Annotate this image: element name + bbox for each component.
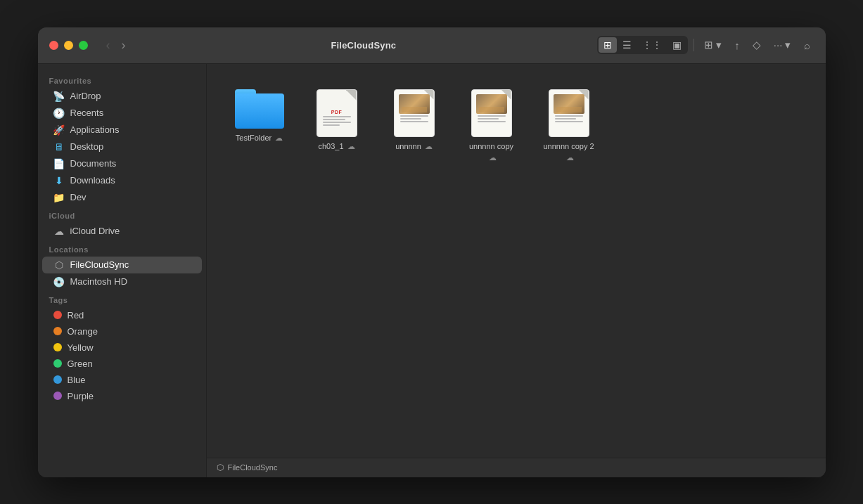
sidebar-item-tag-yellow[interactable]: Yellow [42,340,202,356]
sidebar-item-label: Orange [68,326,98,337]
sidebar-item-downloads[interactable]: ⬇ Downloads [42,172,202,189]
pdf-line [323,124,340,126]
sidebar-item-label: AirDrop [70,91,101,101]
maximize-button[interactable] [79,41,88,50]
cloud-badge: ☁ [489,153,497,162]
file-item-unnnnn-copy[interactable]: H unnnnn copy ☁ [460,85,523,167]
view-grid-button[interactable]: ⊞ [599,37,617,53]
close-button[interactable] [49,41,58,50]
doc-text-line [478,115,506,117]
folder-icon-wrap [235,89,284,129]
doc-icon-wrap: H [394,89,435,137]
macintosh-hd-icon: 💿 [53,276,65,287]
file-item-ch03-1[interactable]: PDF ch03_1 ☁ [305,85,369,167]
doc-text-line [400,115,428,117]
statusbar-icon: ⬡ [217,463,224,472]
sidebar-item-tag-purple[interactable]: Purple [42,388,202,404]
file-name: unnnnn ☁ [395,141,433,151]
tag-blue-dot [53,375,62,384]
window-title: FileCloudSync [130,40,598,51]
sidebar-item-applications[interactable]: 🚀 Applications [42,122,202,138]
sidebar-item-label: Applications [70,124,120,135]
tag-green-dot [53,359,62,368]
toolbar-divider [693,39,694,51]
recents-icon: 🕐 [53,108,65,119]
file-item-unnnnn[interactable]: H unnnnn ☁ [383,85,446,167]
sidebar-item-label: Downloads [70,175,115,186]
file-name: unnnnn copy 2 ☁ [542,141,596,163]
sidebar-item-label: Dev [70,192,87,202]
sidebar-item-label: Blue [68,375,86,385]
pdf-line [323,116,351,117]
tag-button[interactable]: ◇ [748,36,765,54]
sidebar-item-icloud-drive[interactable]: ☁ iCloud Drive [42,223,202,240]
doc-text-line [478,118,499,119]
cloud-badge: ☁ [347,141,355,151]
sidebar-item-label: Green [68,358,93,369]
tag-yellow-dot [53,343,62,351]
sidebar-item-tag-blue[interactable]: Blue [42,372,202,388]
minimize-button[interactable] [64,41,73,50]
sidebar-item-label: FileCloudSync [70,259,129,270]
file-item-testfolder[interactable]: TestFolder ☁ [228,85,291,167]
sidebar-section-favourites: Favourites [38,71,206,88]
airdrop-icon: 📡 [53,91,65,102]
desktop-icon: 🖥 [53,141,65,153]
back-button[interactable]: ‹ [102,37,115,54]
doc-img-area [399,94,430,114]
cloud-badge: ☁ [425,141,433,151]
sidebar-item-dev[interactable]: 📁 Dev [42,189,202,206]
window-controls [49,41,88,50]
view-list-button[interactable]: ☰ [618,37,637,53]
forward-button[interactable]: › [117,37,130,54]
folder-icon [235,89,284,129]
sidebar-item-label: Desktop [70,141,104,152]
share-button[interactable]: ↑ [730,37,744,54]
doc-img-area [554,94,584,114]
sidebar-item-tag-orange[interactable]: Orange [42,323,202,340]
sidebar-item-filecloudsync[interactable]: ⬡ FileCloudSync [42,257,202,273]
dev-icon: 📁 [53,192,65,203]
file-item-unnnnn-copy2[interactable]: H unnnnn copy 2 ☁ [537,85,601,167]
doc-icon: H [549,89,589,137]
sidebar-item-label: Recents [70,108,104,118]
pdf-label: PDF [331,110,343,115]
sidebar-section-icloud: iCloud [38,206,206,223]
sidebar-item-label: Documents [70,158,117,169]
file-name: ch03_1 ☁ [318,141,354,151]
sidebar-item-desktop[interactable]: 🖥 Desktop [42,138,202,155]
titlebar: ‹ › FileCloudSync ⊞ ☰ ⋮⋮ ▣ ⊞ ▾ ↑ ◇ ··· ▾… [38,27,826,64]
view-gallery-button[interactable]: ▣ [667,37,686,53]
sidebar-item-label: Red [68,310,84,321]
sidebar-item-tag-red[interactable]: Red [42,307,202,323]
pdf-icon: PDF [317,89,357,137]
doc-text-line [555,121,583,122]
sidebar-item-macintosh-hd[interactable]: 💿 Macintosh HD [42,273,202,290]
view-column-button[interactable]: ⋮⋮ [637,37,667,53]
pdf-lines [323,116,351,127]
sidebar-item-tag-green[interactable]: Green [42,356,202,372]
search-button[interactable]: ⌕ [800,37,814,54]
cloud-badge: ☁ [566,153,574,162]
downloads-icon: ⬇ [53,175,65,186]
doc-text-line [555,118,576,119]
sidebar-item-label: Macintosh HD [70,276,128,287]
sidebar-item-airdrop[interactable]: 📡 AirDrop [42,88,202,105]
icloud-drive-icon: ☁ [53,226,65,237]
more-button[interactable]: ··· ▾ [769,36,795,54]
doc-img-area [476,94,507,114]
window-body: Favourites 📡 AirDrop 🕐 Recents 🚀 Applica… [38,64,826,477]
doc-text-line [400,121,428,122]
applications-icon: 🚀 [53,124,65,136]
tag-orange-dot [53,327,62,335]
sidebar-item-documents[interactable]: 📄 Documents [42,155,202,172]
sidebar-item-recents[interactable]: 🕐 Recents [42,105,202,122]
nav-arrows: ‹ › [102,37,130,54]
statusbar-label: FileCloudSync [228,463,278,472]
doc-thumbnail: H [553,94,585,132]
file-name: TestFolder ☁ [236,133,283,143]
doc-text-lines [400,115,428,124]
toolbar-right: ⊞ ☰ ⋮⋮ ▣ ⊞ ▾ ↑ ◇ ··· ▾ ⌕ [597,36,814,54]
doc-icon: H [471,89,512,137]
arrange-button[interactable]: ⊞ ▾ [700,36,726,54]
